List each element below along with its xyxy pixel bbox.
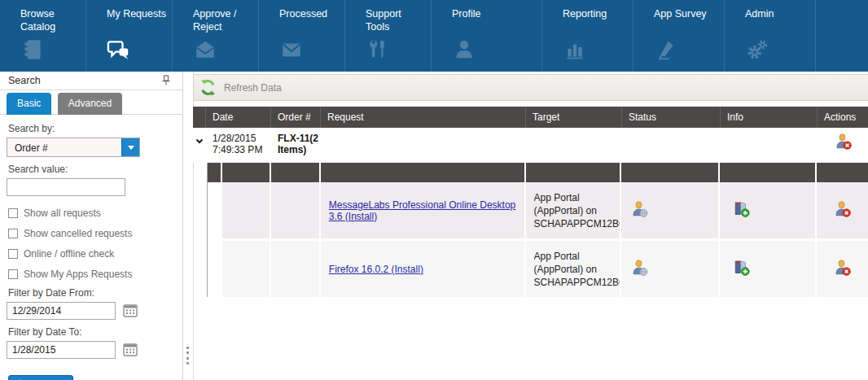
search-by-label: Search by: [8,123,176,134]
search-form: Search by: Order # Search value: Show al… [0,115,182,380]
chevron-down-icon [128,146,134,153]
catalog-icon [20,37,45,62]
search-by-dropdown[interactable]: Order # [7,138,140,157]
checkbox-icon[interactable] [8,269,18,279]
grid-header-actions[interactable]: Actions [818,107,868,128]
nav-tab-reporting[interactable]: Reporting [542,0,633,72]
refresh-data-button[interactable]: Refresh Data [199,79,282,96]
nav-tab-label: App Survey [654,7,707,20]
checkbox-icon[interactable] [8,249,18,259]
checkbox-icon[interactable] [8,208,18,218]
grid-header-status[interactable]: Status [622,107,721,128]
order-actions [818,128,868,163]
top-navigation: Browse Catalog My Requests Approve / Rej… [0,0,868,72]
grid-header-expander [193,107,206,128]
checkbox-label: Show My Apps Requests [24,269,132,280]
order-date: 1/28/2015 7:49:33 PM [206,128,271,163]
user-pending-icon[interactable] [631,200,649,221]
nav-tab-label: Approve / Reject [193,7,237,34]
open-envelope-icon [193,37,217,62]
install-package-icon[interactable] [733,259,751,280]
tab-advanced[interactable]: Advanced [58,93,122,115]
requests-grid: Date Order # Request Target Status Info … [193,107,868,297]
nav-tab-app-survey[interactable]: App Survey [633,0,725,72]
requests-content: Refresh Data Date Order # Request Target… [193,72,868,380]
checkbox-icon[interactable] [8,229,18,238]
search-panel: Search Basic Advanced Search by: Order #… [0,72,183,380]
refresh-icon [199,79,217,96]
checkbox-label: Online / offline check [24,248,114,260]
nav-tab-label: Browse Catalog [20,7,55,34]
nav-tab-support-tools[interactable]: Support Tools [345,0,432,72]
search-value-label: Search value: [8,164,176,175]
person-icon [452,37,476,62]
nav-tab-browse-catalog[interactable]: Browse Catalog [0,0,86,72]
request-target: App Portal (AppPortal) on SCHAPAPPCM12BO… [534,250,620,289]
search-value-input[interactable] [7,178,125,196]
tools-icon [366,37,390,62]
chat-bubble-icon [107,37,131,62]
date-to-label: Filter by Date To: [8,326,176,338]
grid-header-request[interactable]: Request [321,107,526,128]
nav-tab-profile[interactable]: Profile [432,0,542,72]
nav-tab-my-requests[interactable]: My Requests [86,0,173,72]
checkbox-label: Show all requests [24,207,101,219]
nav-empty-space [816,0,868,72]
grid-header-date[interactable]: Date [206,107,271,128]
request-link[interactable]: Firefox 16.0.2 (Install) [329,264,423,275]
checkbox-show-all-requests[interactable]: Show all requests [8,207,176,219]
checkbox-label: Show cancelled requests [24,228,132,239]
collapse-chevron-icon[interactable] [193,128,206,163]
search-by-selected-value: Order # [15,142,48,154]
nav-tab-label: My Requests [107,7,166,20]
search-button[interactable]: Search [8,375,73,380]
refresh-data-label: Refresh Data [224,82,282,94]
nav-tab-label: Processed [279,7,327,20]
order-group-row: 1/28/2015 7:49:33 PM FLX-11(2 Items) [193,128,868,163]
date-from-label: Filter by Date From: [8,287,176,299]
pin-icon[interactable] [161,75,171,86]
pen-icon [654,37,678,62]
grid-header-target[interactable]: Target [526,107,622,128]
grid-header-order[interactable]: Order # [271,107,321,128]
nav-tab-label: Profile [452,7,480,20]
checkbox-online-offline-check[interactable]: Online / offline check [8,248,176,260]
user-pending-icon[interactable] [631,259,649,280]
nav-tab-label: Support Tools [366,7,401,34]
cancel-user-icon[interactable] [834,259,852,280]
search-mode-tabs: Basic Advanced [0,90,182,115]
install-package-icon[interactable] [733,200,751,221]
nav-tab-processed[interactable]: Processed [259,0,345,72]
date-from-row [7,302,176,320]
nav-tab-label: Admin [745,7,774,20]
checkbox-show-my-apps-requests[interactable]: Show My Apps Requests [8,269,176,280]
calendar-icon[interactable] [122,303,138,319]
search-panel-header: Search [0,72,182,90]
subgrid-header-row [208,163,868,182]
gears-icon [745,37,769,62]
nav-tab-admin[interactable]: Admin [725,0,816,72]
tab-basic[interactable]: Basic [7,93,51,115]
checkbox-show-cancelled-requests[interactable]: Show cancelled requests [8,228,176,239]
calendar-icon[interactable] [122,342,138,358]
order-number: FLX-11(2 Items) [271,128,321,163]
grid-header-info[interactable]: Info [721,107,818,128]
request-item-row: MessageLabs Professional Online Desktop … [208,182,868,238]
cancel-user-icon[interactable] [835,133,853,163]
date-to-input[interactable] [7,341,116,359]
order-items-subgrid: MessageLabs Professional Online Desktop … [207,163,868,297]
dropdown-open-button[interactable] [121,138,139,156]
request-target: App Portal (AppPortal) on SCHAPAPPCM12BO… [534,191,620,230]
date-from-input[interactable] [7,302,116,320]
nav-tab-approve-reject[interactable]: Approve / Reject [173,0,259,72]
panel-splitter[interactable] [184,72,193,380]
request-link[interactable]: MessageLabs Professional Online Desktop … [329,199,518,222]
grid-header-row: Date Order # Request Target Status Info … [193,107,868,128]
request-item-row: Firefox 16.0.2 (Install) App Portal (App… [208,241,868,297]
nav-tab-label: Reporting [563,7,607,20]
cancel-user-icon[interactable] [834,200,852,221]
date-to-row [7,341,176,359]
envelope-icon [279,37,304,62]
bar-chart-icon [563,37,587,62]
splitter-grip-icon[interactable] [186,347,190,365]
